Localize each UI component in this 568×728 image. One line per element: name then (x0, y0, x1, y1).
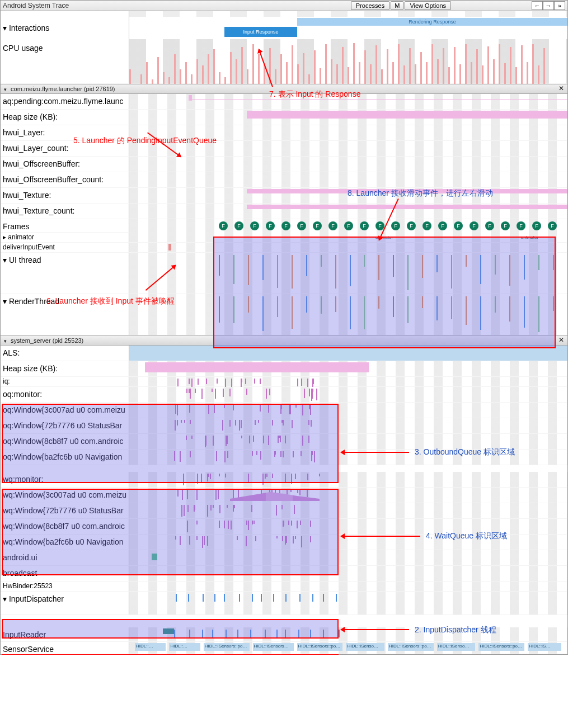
hidl-span[interactable]: HIDL::ISensors::po… (204, 643, 250, 651)
track-lane[interactable] (129, 434, 567, 449)
row-label[interactable]: ▾ InputDispatcher (1, 592, 129, 614)
track-lane[interactable] (129, 110, 567, 125)
view-options-button[interactable]: View Options (405, 1, 451, 10)
frame-circle-icon[interactable]: F (407, 221, 416, 230)
frame-circle-icon[interactable]: F (470, 221, 478, 230)
row-label[interactable]: oq:Window{3c007ad u0 com.meizu (1, 403, 129, 418)
track-lane[interactable] (129, 472, 567, 487)
track-lane[interactable] (129, 346, 567, 361)
frame-circle-icon[interactable]: F (250, 221, 259, 230)
section-header-system-server[interactable]: system_server (pid 25523) ✕ (1, 335, 567, 346)
hidl-span[interactable]: HIDL::ISenso… (437, 643, 476, 651)
track-lane[interactable]: HIDL::…HIDL::…HIDL::ISensors::po…HIDL::I… (129, 642, 567, 654)
track-lane[interactable] (129, 582, 567, 591)
track-lane[interactable] (129, 294, 567, 335)
cpu-usage-lane[interactable] (129, 39, 567, 89)
frame-circle-icon[interactable]: F (485, 221, 494, 230)
track-lane[interactable] (129, 566, 567, 581)
hidl-span[interactable]: HIDL::… (135, 643, 166, 651)
row-label[interactable]: ALS: (1, 346, 129, 361)
track-lane[interactable] (129, 418, 567, 433)
row-label[interactable]: aq:pending:com.meizu.flyme.launc (1, 94, 129, 109)
frame-circle-icon[interactable]: F (501, 221, 510, 230)
frame-circle-icon[interactable]: F (281, 221, 290, 230)
row-label[interactable]: Heap size (KB): (1, 361, 129, 376)
track-lane[interactable] (129, 488, 567, 503)
frame-circle-icon[interactable]: F (219, 221, 228, 230)
row-label[interactable]: deliverInputEvent (1, 243, 129, 252)
metrics-button[interactable]: M (391, 1, 403, 10)
frame-circle-icon[interactable]: F (328, 221, 337, 230)
track-lane[interactable] (129, 403, 567, 418)
row-label[interactable]: hwui_OffscreenBuffer: (1, 157, 129, 172)
hidl-span[interactable]: HIDL::ISensors::po… (478, 643, 524, 651)
hidl-span[interactable]: HIDL::IS… (528, 643, 561, 651)
hidl-span[interactable]: HIDL::ISensors::po… (388, 643, 434, 651)
row-label[interactable]: wq:Window{8cb8f7 u0 com.androic (1, 519, 129, 534)
hidl-span[interactable]: HIDL::ISenso… (346, 643, 384, 651)
track-lane[interactable]: animatoranimator (129, 233, 567, 242)
row-label[interactable]: SensorService (1, 642, 129, 654)
row-label[interactable]: hwui_Texture: (1, 188, 129, 203)
hidl-span[interactable]: HIDL::… (169, 643, 200, 651)
frame-circle-icon[interactable]: F (391, 221, 400, 230)
row-label[interactable]: oq:monitor: (1, 387, 129, 402)
track-lane[interactable] (129, 361, 567, 376)
row-label[interactable]: hwui_Texture_count: (1, 204, 129, 219)
row-label[interactable]: HwBinder:25523 (1, 582, 129, 591)
frame-circle-icon[interactable]: F (297, 221, 306, 230)
interactions-label[interactable]: ▾ Interactions (3, 23, 126, 32)
close-section-icon[interactable]: ✕ (558, 336, 564, 344)
interactions-lane[interactable]: Rendering Response Input Response (129, 17, 567, 39)
frame-circle-icon[interactable]: F (344, 221, 353, 230)
rendering-response-span[interactable]: Rendering Response (297, 18, 567, 26)
frame-circle-icon[interactable]: F (454, 221, 463, 230)
row-label[interactable]: oq:Window{72b7776 u0 StatusBar (1, 418, 129, 433)
row-label[interactable]: wq:monitor: (1, 472, 129, 487)
track-lane[interactable]: FFFFFFFFFFFFFFFFFFFFFF (129, 219, 567, 234)
frame-circle-icon[interactable]: F (517, 221, 525, 230)
track-lane[interactable] (129, 157, 567, 172)
hidl-span[interactable]: HIDL::ISensors::po… (297, 643, 343, 651)
row-label[interactable]: ▾ UI thread (1, 253, 129, 294)
frame-circle-icon[interactable]: F (313, 221, 322, 230)
processes-button[interactable]: Processes (351, 1, 389, 10)
row-label[interactable]: oq:Window{ba2fc6b u0 Navigation (1, 450, 129, 465)
track-lane[interactable] (129, 243, 567, 252)
row-label[interactable]: wq:Window{72b7776 u0 StatusBar (1, 503, 129, 518)
frame-circle-icon[interactable]: F (548, 221, 557, 230)
row-label[interactable]: broadcast (1, 566, 129, 581)
track-lane[interactable] (129, 253, 567, 294)
row-label[interactable]: ▸ animator (1, 233, 129, 242)
track-lane[interactable] (129, 377, 567, 386)
frame-circle-icon[interactable]: F (266, 221, 275, 230)
frame-circle-icon[interactable]: F (532, 221, 541, 230)
row-label[interactable]: oq:Window{8cb8f7 u0 com.androic (1, 434, 129, 449)
input-response-span[interactable]: Input Response (224, 27, 297, 37)
frame-circle-icon[interactable]: F (423, 221, 431, 230)
track-lane[interactable] (129, 172, 567, 187)
track-lane[interactable] (129, 503, 567, 518)
row-label[interactable]: wq:Window{ba2fc6b u0 Navigation (1, 535, 129, 550)
nav-back-button[interactable]: ← (532, 1, 543, 10)
track-lane[interactable] (129, 592, 567, 614)
nav-forward-button[interactable]: → (543, 1, 554, 10)
row-label[interactable]: InputReader (1, 627, 129, 641)
frame-circle-icon[interactable]: F (234, 221, 243, 230)
track-lane[interactable] (129, 204, 567, 219)
row-label[interactable]: android.ui (1, 550, 129, 565)
row-label[interactable]: Frames (1, 219, 129, 232)
annotation-7: 7. 表示 Input 的 Response (269, 89, 360, 100)
row-label[interactable]: hwui_OffscreenBuffer_count: (1, 172, 129, 187)
hidl-span[interactable]: HIDL::ISensors… (253, 643, 294, 651)
frame-circle-icon[interactable]: F (438, 221, 447, 230)
frame-circle-icon[interactable]: F (360, 221, 369, 230)
row-label[interactable]: wq:Window{3c007ad u0 com.meizu (1, 488, 129, 503)
close-section-icon[interactable]: ✕ (558, 84, 564, 92)
main-trace-view[interactable]: ,200 ms |1,300 ms |1,400 ms |1,500 ms |1… (0, 11, 568, 655)
track-lane[interactable] (129, 550, 567, 565)
track-lane[interactable] (129, 387, 567, 402)
row-label[interactable]: Heap size (KB): (1, 110, 129, 125)
row-label[interactable]: iq: (1, 377, 129, 386)
nav-more-button[interactable]: » (554, 1, 565, 10)
